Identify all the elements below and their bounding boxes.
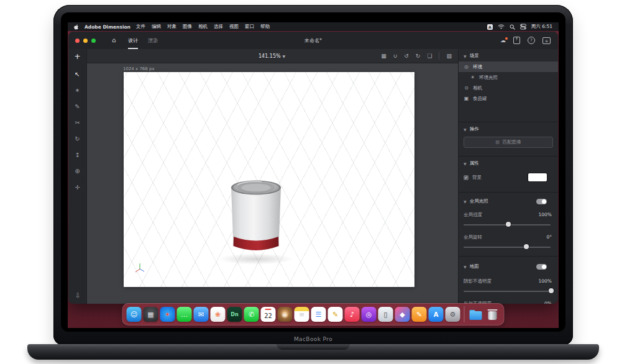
comments-icon[interactable]: ≡ xyxy=(542,37,551,44)
tab-render[interactable]: 渲染 xyxy=(148,32,158,49)
zoom-control[interactable]: 141.15% ▼ xyxy=(259,49,285,63)
menu-item-camera[interactable]: 相机 xyxy=(198,24,208,30)
food-can-model[interactable] xyxy=(229,178,283,263)
menu-item-view[interactable]: 视图 xyxy=(229,24,239,30)
ground-header[interactable]: ▼ 地面 xyxy=(459,257,558,272)
dock-icon-iphone-mirroring[interactable]: ▯ xyxy=(378,307,393,322)
orbit-tool[interactable]: ↻ xyxy=(68,130,87,147)
select-tool[interactable]: ↖ xyxy=(68,66,87,82)
canvas[interactable] xyxy=(124,72,414,287)
dock-icon-podcasts[interactable]: ◎ xyxy=(362,307,377,322)
input-source-icon[interactable]: A xyxy=(487,24,493,30)
snap-icon[interactable]: ∪ xyxy=(393,53,398,59)
chevron-down-icon: ▼ xyxy=(464,54,467,58)
dock-icon-facetime[interactable]: ✆ xyxy=(244,307,259,322)
global-lighting-toggle[interactable] xyxy=(536,199,547,204)
dock-icon-notes[interactable]: ≡ xyxy=(295,307,309,322)
global-intensity-row: 全局强度 100% xyxy=(459,207,558,218)
scene-item-food-can[interactable]: ▣食品罐 xyxy=(459,93,558,104)
slider-knob[interactable] xyxy=(549,288,554,293)
apple-menu-icon[interactable] xyxy=(74,24,79,30)
menu-clock[interactable]: 周六 6:51 xyxy=(531,24,552,30)
dock-icon-freeform[interactable]: ✎ xyxy=(328,307,343,322)
home-icon[interactable]: ⌂ xyxy=(112,37,116,43)
display: Adobe Dimension 文件编辑对象图像相机选择视图窗口帮助 A xyxy=(68,22,559,328)
slider-knob[interactable] xyxy=(524,244,529,249)
slider-knob[interactable] xyxy=(506,222,511,227)
share-icon[interactable]: ↑ xyxy=(513,37,520,44)
spotlight-icon[interactable] xyxy=(510,24,515,30)
dock-icon-settings[interactable]: ⚙ xyxy=(446,307,460,322)
menu-item-object[interactable]: 对象 xyxy=(167,24,176,30)
menu-item-window[interactable]: 窗口 xyxy=(245,24,254,30)
render-preview-icon[interactable]: ▨ xyxy=(446,53,452,59)
dolly-tool[interactable]: ↕ xyxy=(68,147,87,163)
scene-header[interactable]: ▼ 场景 xyxy=(459,49,558,61)
zoom-tool[interactable]: ⊕ xyxy=(68,163,87,179)
menu-item-select[interactable]: 选择 xyxy=(214,24,223,30)
dock-icon-downloads-folder[interactable] xyxy=(469,307,483,322)
ground-toggle[interactable] xyxy=(536,264,547,270)
dock-icon-app-store[interactable]: A xyxy=(429,307,444,322)
help-icon[interactable]: ? xyxy=(528,37,535,44)
dock-icon-music[interactable]: ♪ xyxy=(345,307,360,322)
scissors-tool[interactable]: ✂ xyxy=(68,114,87,130)
scene-item-environment[interactable]: ◎环境 xyxy=(459,61,558,72)
minimize-button[interactable] xyxy=(83,39,88,43)
dock-icon-calendar[interactable]: 22 xyxy=(261,307,276,322)
scene-item-label: 相机 xyxy=(473,85,482,91)
actions-header[interactable]: ▼ 操作 xyxy=(459,122,558,135)
mode-tabs: 设计 渲染 xyxy=(128,32,158,49)
add-content-button[interactable]: + xyxy=(73,52,83,61)
camera-redo-icon[interactable]: ↻ xyxy=(416,53,421,59)
right-panel: ▼ 场景 ◎环境☀环境光照⊙相机▣食品罐 ▼ 操作 ▧ 匹配图像 xyxy=(458,49,558,304)
dock-icon-reminders[interactable]: ☰ xyxy=(311,307,326,322)
dock-icon-pages[interactable]: ✎ xyxy=(412,307,427,322)
global-lighting-header[interactable]: ▼ 全局光照 xyxy=(459,193,558,207)
view-settings-icon[interactable]: ▦ xyxy=(381,53,387,59)
menu-app-name[interactable]: Adobe Dimension xyxy=(85,24,130,30)
dock-icon-messages[interactable]: … xyxy=(177,307,192,322)
camera-icon: ⊙ xyxy=(464,85,469,91)
tab-design[interactable]: 设计 xyxy=(128,32,138,49)
dock-icon-dimension[interactable]: Dn xyxy=(227,307,242,322)
menu-item-image[interactable]: 图像 xyxy=(183,24,192,30)
scene-item-environment-light[interactable]: ☀环境光照 xyxy=(459,72,558,83)
close-button[interactable] xyxy=(75,39,80,43)
dock-icon-shortcuts[interactable]: ◆ xyxy=(395,307,410,322)
shadow-opacity-slider[interactable] xyxy=(464,288,553,295)
magic-wand-tool[interactable]: ✶ xyxy=(68,82,87,98)
camera-bookmark-icon[interactable]: ❏ xyxy=(427,53,432,59)
scene-list: ◎环境☀环境光照⊙相机▣食品罐 xyxy=(459,61,558,104)
sampler-tool[interactable]: ✎ xyxy=(68,98,87,114)
fullscreen-button[interactable] xyxy=(91,39,96,43)
dock-icon-photos[interactable]: ❀ xyxy=(211,307,226,322)
dock-icon-garageband[interactable]: ◉ xyxy=(278,307,293,322)
cloud-sync-icon[interactable]: ☁ xyxy=(500,38,506,43)
dock-icon-trash[interactable] xyxy=(485,307,500,322)
background-checkbox[interactable]: ✓ xyxy=(464,175,469,180)
wifi-icon[interactable] xyxy=(498,24,505,29)
scene-item-camera[interactable]: ⊙相机 xyxy=(459,83,558,93)
menu-item-help[interactable]: 帮助 xyxy=(260,24,270,30)
pan-tool[interactable]: ✛ xyxy=(68,179,87,195)
camera-undo-icon[interactable]: ↺ xyxy=(404,53,409,59)
dock-icon-finder[interactable]: ☺ xyxy=(127,307,142,322)
device-label: MacBook Pro xyxy=(53,336,573,342)
global-intensity-slider[interactable] xyxy=(464,221,553,229)
canvas-export-icon[interactable]: ⇩ xyxy=(68,292,87,299)
background-color-swatch[interactable] xyxy=(528,173,547,181)
properties-header[interactable]: ▼ 属性 xyxy=(459,157,558,169)
viewport[interactable]: 1024 x 768 px xyxy=(87,63,458,304)
match-image-button[interactable]: ▧ 匹配图像 xyxy=(464,137,553,148)
control-center-icon[interactable] xyxy=(520,24,526,30)
menu-item-file[interactable]: 文件 xyxy=(136,24,145,30)
menu-item-edit[interactable]: 编辑 xyxy=(152,24,161,30)
dock-icon-launchpad[interactable]: ▦ xyxy=(144,307,158,322)
dock-divider xyxy=(464,306,465,322)
tool-rail: + ↖✶✎✂↻↕⊕✛ ⇩ xyxy=(68,49,87,304)
window-titlebar[interactable]: ⌂ 设计 渲染 未命名* ☁ ↑ ? ≡ xyxy=(68,32,558,50)
dock-icon-safari[interactable]: ✶ xyxy=(160,307,175,322)
global-rotation-slider[interactable] xyxy=(464,243,553,251)
dock-icon-mail[interactable]: ✉ xyxy=(194,307,209,322)
